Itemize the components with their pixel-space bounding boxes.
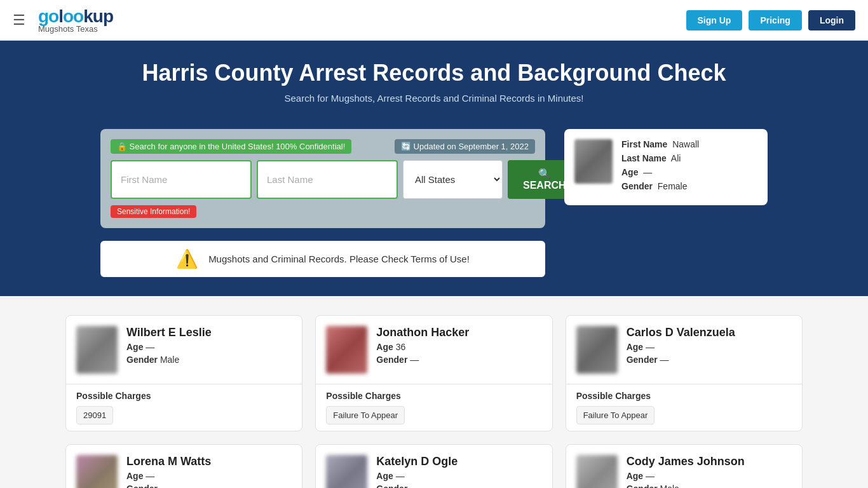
person-card[interactable]: Wilbert E Leslie Age — Gender Male Possi… xyxy=(65,315,302,431)
person-age: Age — xyxy=(376,471,458,481)
updated-badge: 🔄 Updated on September 1, 2022 xyxy=(395,139,535,154)
person-info: Wilbert E Leslie Age — Gender Male xyxy=(126,326,212,367)
confidential-badge: 🔒 Search for anyone in the United States… xyxy=(111,139,351,154)
person-card[interactable]: Cody James Johnson Age — Gender Male Pos… xyxy=(566,444,803,488)
person-avatar xyxy=(76,455,118,488)
person-age: Age 36 xyxy=(376,342,469,352)
person-info: Jonathon Hacker Age 36 Gender — xyxy=(376,326,469,367)
charge-tag: Failure To Appear xyxy=(326,406,405,424)
person-card[interactable]: Jonathon Hacker Age 36 Gender — Possible… xyxy=(315,315,552,431)
person-top: Wilbert E Leslie Age — Gender Male xyxy=(66,316,302,384)
charge-tag: Failure To Appear xyxy=(576,406,655,424)
featured-firstname: First Name Nawall xyxy=(621,139,699,149)
charges-title: Possible Charges xyxy=(76,391,292,401)
person-card[interactable]: Katelyn D Ogle Age — Gender — Possible C… xyxy=(315,444,552,488)
person-top: Jonathon Hacker Age 36 Gender — xyxy=(316,316,552,384)
person-info: Lorena M Watts Age — Gender — xyxy=(126,455,211,488)
page-title: Harris County Arrest Records and Backgro… xyxy=(13,60,855,86)
featured-gender: Gender Female xyxy=(621,181,699,191)
person-name: Wilbert E Leslie xyxy=(126,326,212,339)
charges-section: Possible Charges Failure To Appear xyxy=(316,384,552,431)
login-button[interactable]: Login xyxy=(808,10,855,30)
person-top: Lorena M Watts Age — Gender — xyxy=(66,445,302,488)
person-gender: Gender — xyxy=(376,355,469,365)
person-avatar xyxy=(76,326,118,374)
people-grid: Wilbert E Leslie Age — Gender Male Possi… xyxy=(65,315,803,488)
warning-bar: ⚠️ Mugshots and Criminal Records. Please… xyxy=(100,241,545,277)
featured-age: Age — xyxy=(621,167,699,177)
search-top-bar: 🔒 Search for anyone in the United States… xyxy=(111,139,535,154)
person-name: Katelyn D Ogle xyxy=(376,455,458,468)
featured-person-card: First Name Nawall Last Name Ali Age — Ge… xyxy=(564,129,768,205)
first-name-input[interactable] xyxy=(111,160,252,199)
charges-section: Possible Charges 29091 xyxy=(66,384,302,431)
featured-lastname: Last Name Ali xyxy=(621,153,699,163)
featured-info: First Name Nawall Last Name Ali Age — Ge… xyxy=(621,139,699,195)
featured-avatar xyxy=(574,139,613,184)
header: ☰ golookup Mugshots Texas Sign Up Pricin… xyxy=(0,0,868,41)
main-content: Wilbert E Leslie Age — Gender Male Possi… xyxy=(53,315,815,488)
person-card[interactable]: Carlos D Valenzuela Age — Gender — Possi… xyxy=(566,315,803,431)
warning-icon: ⚠️ xyxy=(176,248,198,269)
search-inputs: All States AlabamaAlaskaArizonaArkansas … xyxy=(111,160,535,199)
warning-text: Mugshots and Criminal Records. Please Ch… xyxy=(208,254,470,264)
person-avatar xyxy=(326,455,367,488)
search-area: 🔒 Search for anyone in the United States… xyxy=(0,129,868,296)
logo-subtitle: Mugshots Texas xyxy=(38,24,98,34)
pricing-button[interactable]: Pricing xyxy=(749,10,801,30)
sensitive-label: Sensitive Information! xyxy=(111,205,196,218)
person-top: Katelyn D Ogle Age — Gender — xyxy=(316,445,552,488)
logo: golookup Mugshots Texas xyxy=(38,6,113,34)
person-name: Cody James Johnson xyxy=(627,455,745,468)
person-name: Carlos D Valenzuela xyxy=(627,326,735,339)
charges-title: Possible Charges xyxy=(576,391,792,401)
person-age: Age — xyxy=(627,342,735,352)
person-info: Carlos D Valenzuela Age — Gender — xyxy=(627,326,735,367)
person-avatar xyxy=(576,326,618,374)
hamburger-icon[interactable]: ☰ xyxy=(13,12,25,29)
person-age: Age — xyxy=(126,471,211,481)
state-select[interactable]: All States AlabamaAlaskaArizonaArkansas … xyxy=(403,160,503,199)
person-info: Katelyn D Ogle Age — Gender — xyxy=(376,455,458,488)
person-gender: Gender Male xyxy=(126,355,212,365)
person-gender: Gender — xyxy=(126,484,211,488)
header-right: Sign Up Pricing Login xyxy=(686,10,855,30)
signup-button[interactable]: Sign Up xyxy=(686,10,743,30)
person-name: Jonathon Hacker xyxy=(376,326,469,339)
person-top: Cody James Johnson Age — Gender Male xyxy=(566,445,802,488)
search-box: 🔒 Search for anyone in the United States… xyxy=(100,129,545,228)
charges-section: Possible Charges Failure To Appear xyxy=(566,384,802,431)
person-avatar xyxy=(576,455,618,488)
person-card[interactable]: Lorena M Watts Age — Gender — Possible C… xyxy=(65,444,302,488)
person-top: Carlos D Valenzuela Age — Gender — xyxy=(566,316,802,384)
person-info: Cody James Johnson Age — Gender Male xyxy=(627,455,745,488)
charges-title: Possible Charges xyxy=(326,391,541,401)
person-age: Age — xyxy=(627,471,745,481)
last-name-input[interactable] xyxy=(257,160,398,199)
person-gender: Gender — xyxy=(376,484,458,488)
charge-tag: 29091 xyxy=(76,406,113,424)
person-gender: Gender Male xyxy=(627,484,745,488)
person-name: Lorena M Watts xyxy=(126,455,211,468)
person-gender: Gender — xyxy=(627,355,735,365)
person-age: Age — xyxy=(126,342,212,352)
person-avatar xyxy=(326,326,367,374)
hero-section: Harris County Arrest Records and Backgro… xyxy=(0,41,868,129)
header-left: ☰ golookup Mugshots Texas xyxy=(13,6,113,34)
hero-subtitle: Search for Mugshots, Arrest Records and … xyxy=(13,93,855,104)
